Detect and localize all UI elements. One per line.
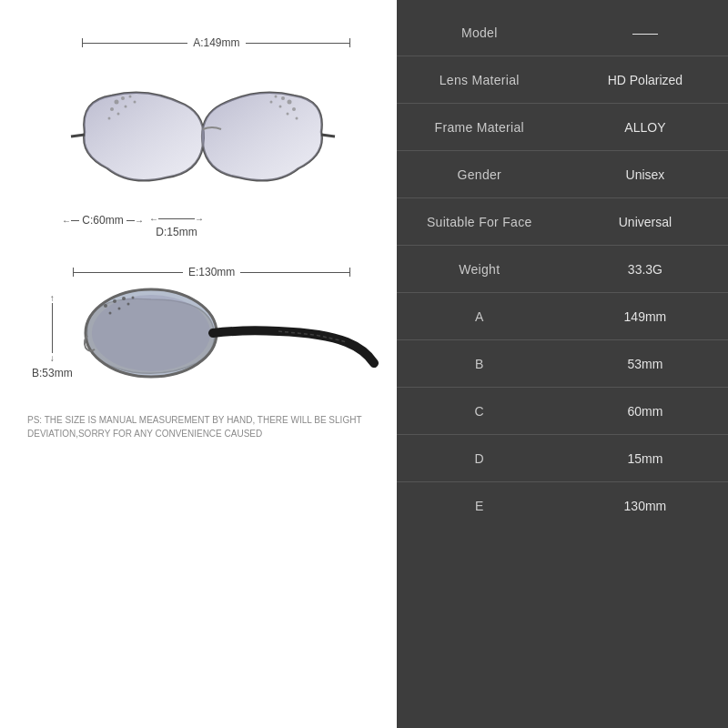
glasses-front-diagram: [27, 64, 379, 209]
front-glasses-svg: [66, 64, 339, 209]
svg-line-1: [321, 135, 335, 136]
dim-e-line: E:130mm: [73, 266, 379, 278]
spec-value: 60mm: [562, 404, 728, 419]
disclaimer-note: PS: THE SIZE IS MANUAL MEASUREMENT BY HA…: [27, 413, 364, 440]
svg-point-2: [114, 100, 118, 105]
spec-value: 33.3G: [562, 262, 728, 277]
dim-d-label: D:15mm: [156, 226, 197, 238]
svg-point-3: [121, 96, 125, 100]
spec-row: C60mm: [397, 388, 728, 435]
spec-label: E: [397, 499, 562, 513]
dim-c: ← C:60mm →: [62, 214, 144, 227]
side-glasses-svg: [78, 286, 379, 386]
spec-row: Weight33.3G: [397, 246, 728, 293]
dim-e-label: E:130mm: [183, 266, 240, 278]
svg-point-24: [131, 297, 134, 299]
spec-row: Model——: [397, 9, 728, 56]
svg-point-25: [108, 312, 111, 315]
spec-value: 15mm: [562, 451, 728, 466]
spec-value: 130mm: [562, 499, 728, 513]
svg-point-13: [274, 96, 277, 98]
spec-value: HD Polarized: [562, 73, 728, 87]
spec-label: Lens Material: [397, 73, 562, 87]
spec-value: 53mm: [562, 357, 728, 371]
spec-value: Universal: [562, 215, 728, 229]
dimension-a-line: A:149mm: [27, 36, 379, 49]
spec-row: A149mm: [397, 293, 728, 340]
svg-line-0: [71, 135, 85, 136]
spec-label: Frame Material: [397, 120, 562, 135]
spec-row: GenderUnisex: [397, 151, 728, 198]
spec-label: Weight: [397, 262, 562, 277]
dim-d: ← → D:15mm: [149, 214, 204, 238]
dim-b-label: B:53mm: [32, 367, 73, 379]
spec-row: B53mm: [397, 340, 728, 388]
svg-point-21: [104, 304, 107, 308]
svg-point-8: [133, 101, 136, 104]
spec-row: D15mm: [397, 435, 728, 482]
svg-point-11: [281, 96, 285, 100]
spec-label: A: [397, 309, 562, 324]
dim-cd-area: ← C:60mm → ← → D:15mm: [62, 214, 379, 238]
spec-label: Gender: [397, 167, 562, 182]
spec-row: Lens MaterialHD Polarized: [397, 56, 728, 104]
spec-label: B: [397, 357, 562, 371]
spec-label: Suitable For Face: [397, 215, 562, 229]
svg-point-6: [116, 113, 119, 116]
svg-point-17: [295, 117, 298, 120]
svg-point-15: [278, 106, 281, 108]
spec-row: Frame MaterialALLOY: [397, 104, 728, 151]
side-diagram-section: E:130mm ↑ ↓ B:53mm: [27, 266, 379, 386]
spec-label: C: [397, 404, 562, 419]
svg-point-22: [113, 299, 116, 303]
spec-label: D: [397, 451, 562, 466]
svg-point-7: [124, 106, 126, 108]
spec-value: ALLOY: [562, 120, 728, 135]
side-view-row: ↑ ↓ B:53mm: [27, 286, 379, 386]
svg-point-5: [128, 96, 131, 98]
svg-point-26: [117, 308, 120, 310]
svg-point-19: [92, 295, 210, 371]
svg-point-16: [269, 101, 272, 104]
svg-point-9: [107, 117, 110, 120]
svg-point-4: [110, 107, 114, 111]
svg-point-12: [292, 107, 296, 111]
dim-b-vert: ↑ ↓ B:53mm: [32, 293, 73, 379]
svg-point-23: [122, 297, 126, 300]
svg-point-14: [286, 113, 288, 116]
svg-point-27: [126, 303, 129, 306]
dim-a-label: A:149mm: [187, 36, 245, 49]
spec-row: E130mm: [397, 482, 728, 530]
specs-table: Model——Lens MaterialHD PolarizedFrame Ma…: [397, 0, 728, 728]
svg-point-10: [287, 100, 291, 105]
spec-value: 149mm: [562, 309, 728, 324]
spec-row: Suitable For FaceUniversal: [397, 198, 728, 246]
main-container: A:149mm: [0, 0, 728, 728]
spec-value: Unisex: [562, 167, 728, 182]
spec-label: Model: [397, 25, 562, 40]
left-diagram-panel: A:149mm: [0, 0, 397, 728]
spec-value: ——: [562, 25, 728, 40]
dim-c-label: C:60mm: [79, 214, 126, 227]
